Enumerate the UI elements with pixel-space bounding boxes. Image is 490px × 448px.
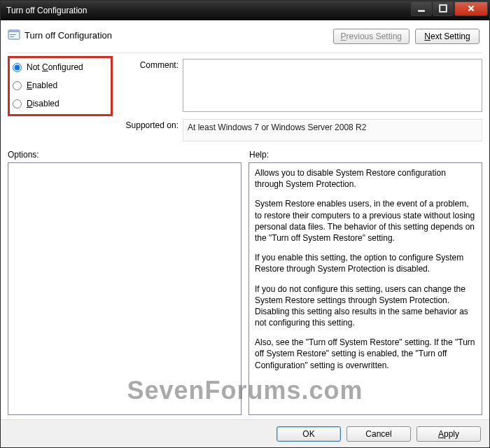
panels: Allows you to disable System Restore con… — [8, 162, 482, 415]
help-label: Help: — [245, 150, 482, 160]
options-panel[interactable] — [8, 162, 241, 415]
help-paragraph: System Restore enables users, in the eve… — [255, 198, 476, 244]
settings-grid: Not Configured Enabled Disabled Comment:… — [8, 59, 482, 141]
maximize-button[interactable] — [433, 2, 454, 16]
radio-enabled-input[interactable] — [13, 81, 22, 90]
help-paragraph: Allows you to disable System Restore con… — [255, 167, 476, 190]
policy-title: Turn off Configuration — [24, 30, 112, 41]
radio-not-configured-label: Not Configured — [27, 62, 83, 72]
dialog-footer: OK Cancel Apply — [1, 419, 489, 447]
radio-disabled[interactable]: Disabled — [11, 99, 108, 108]
svg-rect-0 — [418, 10, 425, 11]
window-title: Turn off Configuration — [6, 6, 410, 15]
radio-not-configured-input[interactable] — [13, 63, 22, 72]
svg-rect-4 — [10, 34, 16, 35]
supported-on-label: Supported on: — [117, 119, 178, 130]
window-controls — [410, 2, 488, 16]
help-paragraph: If you do not configure this setting, us… — [255, 284, 476, 329]
comment-textarea[interactable] — [183, 59, 482, 112]
svg-rect-3 — [8, 30, 20, 32]
radio-disabled-label: Disabled — [27, 99, 59, 108]
help-paragraph: Also, see the "Turn off System Restore" … — [255, 337, 476, 371]
titlebar[interactable]: Turn off Configuration — [1, 1, 489, 20]
radio-enabled-label: Enabled — [27, 80, 57, 90]
panel-labels: Options: Help: — [8, 150, 482, 160]
close-button[interactable] — [454, 2, 488, 16]
radio-not-configured[interactable]: Not Configured — [11, 62, 108, 72]
radio-enabled[interactable]: Enabled — [11, 80, 108, 90]
gpedit-policy-window: Turn off Configuration Turn off Configur… — [0, 0, 490, 448]
policy-icon — [8, 29, 20, 41]
radio-disabled-input[interactable] — [13, 99, 22, 108]
help-paragraph: If you enable this setting, the option t… — [255, 252, 476, 274]
state-radio-group: Not Configured Enabled Disabled — [8, 56, 113, 116]
supported-on-text: At least Windows 7 or Windows Server 200… — [183, 119, 482, 141]
help-panel[interactable]: Allows you to disable System Restore con… — [248, 162, 482, 415]
svg-rect-5 — [10, 36, 14, 37]
apply-button[interactable]: Apply — [416, 426, 481, 442]
client-area: Turn off Configuration Previous Setting … — [1, 20, 489, 419]
minimize-button[interactable] — [411, 2, 432, 16]
divider — [8, 52, 482, 53]
help-text: Allows you to disable System Restore con… — [255, 167, 476, 371]
options-label: Options: — [8, 150, 245, 160]
policy-header: Turn off Configuration Previous Setting … — [8, 26, 482, 44]
ok-button[interactable]: OK — [276, 426, 341, 442]
cancel-button[interactable]: Cancel — [346, 426, 411, 442]
previous-setting-button[interactable]: Previous Setting — [333, 29, 410, 44]
svg-rect-1 — [440, 5, 447, 12]
comment-label: Comment: — [117, 59, 178, 70]
next-setting-button[interactable]: Next Setting — [415, 29, 479, 44]
